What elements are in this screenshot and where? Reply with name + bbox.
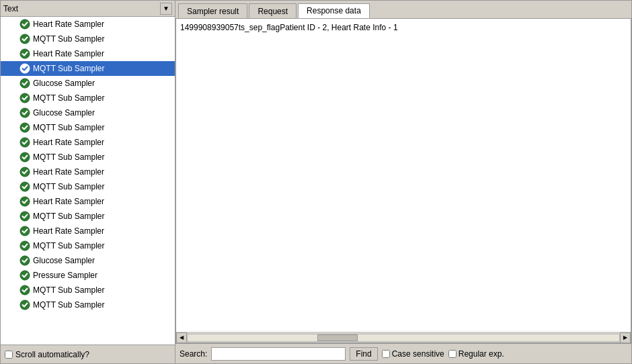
find-button[interactable]: Find — [350, 347, 377, 361]
case-sensitive-label: Case sensitive — [392, 349, 444, 359]
left-panel: Text ▼ Heart Rate Sampler MQTT Sub Sampl… — [1, 1, 175, 363]
list-item[interactable]: MQTT Sub Sampler — [1, 238, 175, 253]
case-sensitive-option: Case sensitive — [382, 349, 444, 359]
check-icon — [19, 78, 30, 89]
left-panel-title: Text — [3, 4, 18, 13]
list-item-label: MQTT Sub Sampler — [33, 93, 104, 103]
horizontal-scrollbar[interactable]: ◀ ▶ — [176, 332, 631, 343]
list-item-label: Heart Rate Sampler — [33, 49, 104, 58]
list-item[interactable]: MQTT Sub Sampler — [1, 91, 175, 105]
content-area: Text ▼ Heart Rate Sampler MQTT Sub Sampl… — [1, 1, 631, 363]
case-sensitive-checkbox[interactable] — [382, 350, 390, 358]
list-item-label: Heart Rate Sampler — [33, 19, 104, 29]
regular-exp-option: Regular exp. — [448, 349, 504, 359]
main-container: Text ▼ Heart Rate Sampler MQTT Sub Sampl… — [0, 0, 632, 364]
scroll-auto-label: Scroll automatically? — [15, 350, 89, 359]
scroll-auto-option: Scroll automatically? — [5, 350, 89, 359]
search-label: Search: — [180, 349, 207, 359]
list-item-label: MQTT Sub Sampler — [33, 241, 104, 251]
scroll-thumb[interactable] — [317, 334, 358, 341]
list-item-label: Glucose Sampler — [33, 108, 95, 118]
list-item[interactable]: MQTT Sub Sampler — [1, 179, 175, 194]
list-item-label: Heart Rate Sampler — [33, 197, 104, 206]
list-item-label: MQTT Sub Sampler — [33, 300, 104, 310]
scroll-left-btn[interactable]: ◀ — [176, 332, 187, 343]
tab-response-data[interactable]: Response data — [298, 3, 370, 18]
list-item[interactable]: MQTT Sub Sampler — [1, 209, 175, 224]
scroll-right-btn[interactable]: ▶ — [620, 332, 631, 343]
list-item[interactable]: MQTT Sub Sampler — [1, 150, 175, 165]
check-icon — [19, 226, 30, 236]
list-item[interactable]: Heart Rate Sampler — [1, 135, 175, 150]
list-item[interactable]: MQTT Sub Sampler — [1, 61, 175, 76]
check-icon — [19, 285, 30, 295]
search-input[interactable] — [211, 347, 346, 361]
check-icon — [19, 181, 30, 192]
check-icon — [19, 255, 30, 266]
list-item-label: MQTT Sub Sampler — [33, 212, 104, 221]
list-item-label: MQTT Sub Sampler — [33, 123, 104, 132]
check-icon — [19, 240, 30, 251]
list-item[interactable]: MQTT Sub Sampler — [1, 120, 175, 135]
check-icon — [19, 211, 30, 222]
list-item-label: Heart Rate Sampler — [33, 138, 104, 147]
regular-exp-checkbox[interactable] — [448, 350, 457, 358]
left-footer: Scroll automatically? — [1, 345, 175, 363]
search-bar: Search: Find Case sensitive Regular exp. — [175, 343, 631, 363]
check-icon — [19, 167, 30, 177]
list-item[interactable]: Pressure Sampler — [1, 268, 175, 283]
tab-request[interactable]: Request — [249, 3, 297, 18]
dropdown-button[interactable]: ▼ — [160, 3, 172, 15]
list-item-label: MQTT Sub Sampler — [33, 285, 104, 295]
response-text-area: 1499908939057ts_sep_flagPatient ID - 2, … — [176, 19, 631, 332]
check-icon — [19, 122, 30, 133]
list-item-label: Heart Rate Sampler — [33, 167, 104, 177]
list-item-label: Glucose Sampler — [33, 79, 95, 88]
left-panel-header: Text ▼ — [1, 1, 175, 17]
tab-sampler-result[interactable]: Sampler result — [178, 3, 247, 18]
list-item[interactable]: Heart Rate Sampler — [1, 194, 175, 209]
scroll-auto-checkbox[interactable] — [5, 351, 13, 359]
response-content: 1499908939057ts_sep_flagPatient ID - 2, … — [180, 23, 398, 32]
list-item-label: MQTT Sub Sampler — [33, 64, 104, 73]
list-item[interactable]: MQTT Sub Sampler — [1, 283, 175, 298]
list-item[interactable]: Glucose Sampler — [1, 105, 175, 120]
list-item[interactable]: Glucose Sampler — [1, 253, 175, 268]
list-item[interactable]: Heart Rate Sampler — [1, 46, 175, 61]
list-item[interactable]: Heart Rate Sampler — [1, 224, 175, 238]
check-icon — [19, 107, 30, 118]
right-panel: Sampler resultRequestResponse data 14999… — [175, 1, 631, 363]
list-item[interactable]: Heart Rate Sampler — [1, 17, 175, 32]
list-item[interactable]: MQTT Sub Sampler — [1, 298, 175, 312]
scroll-track[interactable] — [187, 334, 620, 342]
check-icon — [19, 34, 30, 44]
check-icon — [19, 63, 30, 74]
list-item-label: MQTT Sub Sampler — [33, 152, 104, 162]
list-area[interactable]: Heart Rate Sampler MQTT Sub Sampler Hear… — [1, 17, 175, 345]
list-item-label: MQTT Sub Sampler — [33, 34, 104, 44]
list-item[interactable]: Heart Rate Sampler — [1, 165, 175, 179]
list-item-label: Heart Rate Sampler — [33, 226, 104, 236]
check-icon — [19, 19, 30, 30]
check-icon — [19, 196, 30, 207]
check-icon — [19, 300, 30, 310]
tab-content-area: 1499908939057ts_sep_flagPatient ID - 2, … — [175, 19, 631, 343]
tabs-bar: Sampler resultRequestResponse data — [175, 1, 631, 19]
check-icon — [19, 270, 30, 281]
check-icon — [19, 48, 30, 59]
list-item-label: MQTT Sub Sampler — [33, 182, 104, 191]
regular-exp-label: Regular exp. — [459, 349, 504, 359]
check-icon — [19, 152, 30, 163]
check-icon — [19, 93, 30, 103]
list-item[interactable]: Glucose Sampler — [1, 76, 175, 91]
list-item-label: Pressure Sampler — [33, 271, 97, 280]
list-item-label: Glucose Sampler — [33, 256, 95, 265]
check-icon — [19, 137, 30, 148]
list-item[interactable]: MQTT Sub Sampler — [1, 32, 175, 46]
